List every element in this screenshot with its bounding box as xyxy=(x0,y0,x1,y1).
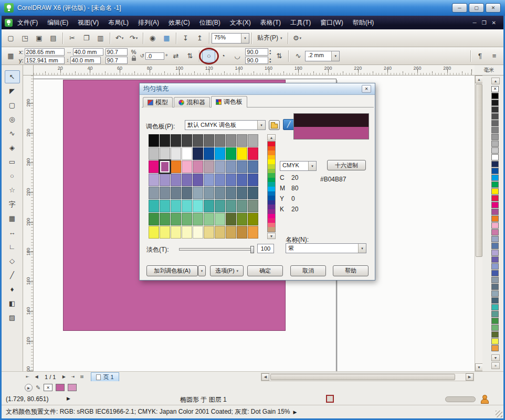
new-document-button[interactable]: ▢ xyxy=(4,32,17,45)
shape-tool[interactable]: ◤ xyxy=(5,84,20,98)
palette-color-swatch[interactable] xyxy=(160,134,170,147)
palette-color-swatch[interactable] xyxy=(171,187,181,199)
palette-swatch[interactable] xyxy=(491,181,499,188)
cut-button[interactable]: ✂ xyxy=(66,32,79,45)
palette-color-swatch[interactable] xyxy=(160,160,170,173)
object-height-input[interactable]: 40.0 mm xyxy=(70,57,101,64)
open-palette-button[interactable] xyxy=(269,120,280,130)
palette-color-swatch[interactable] xyxy=(215,213,225,225)
strip-color-band[interactable] xyxy=(268,196,275,200)
palette-color-swatch[interactable] xyxy=(248,200,258,212)
palette-color-swatch[interactable] xyxy=(215,174,225,186)
menu-bitmaps[interactable]: 位图(B) xyxy=(195,16,225,29)
ok-button[interactable]: 确定 xyxy=(247,265,283,276)
scale-h-input[interactable]: 90.7 xyxy=(106,48,128,56)
palette-color-swatch[interactable] xyxy=(215,226,225,239)
component-value-input[interactable]: 0 xyxy=(291,195,295,202)
help-button[interactable]: 帮助 xyxy=(333,265,369,276)
palette-swatch[interactable] xyxy=(491,290,499,297)
open-button[interactable]: ◳ xyxy=(18,32,31,45)
horizontal-scroll-thumb[interactable] xyxy=(270,374,455,380)
strip-color-band[interactable] xyxy=(268,218,275,223)
palette-color-swatch[interactable] xyxy=(171,200,181,212)
print-button[interactable]: ▤ xyxy=(47,32,60,45)
polygon-tool[interactable]: ☆ xyxy=(5,184,20,197)
palette-color-swatch[interactable] xyxy=(149,226,159,239)
strip-color-band[interactable] xyxy=(268,150,275,155)
palette-color-swatch[interactable] xyxy=(237,226,247,239)
smart-fill-tool[interactable]: ◈ xyxy=(5,141,20,154)
arc-start-angle-input[interactable]: 90.0 xyxy=(245,48,268,56)
palette-color-swatch[interactable] xyxy=(171,134,181,147)
palette-color-swatch[interactable] xyxy=(149,134,159,147)
doc-close-button[interactable]: ✕ xyxy=(492,20,496,26)
palette-color-swatch[interactable] xyxy=(215,160,225,173)
chevron-down-icon[interactable]: ▾ xyxy=(331,51,339,61)
text-tool[interactable]: 字 xyxy=(5,198,20,211)
rectangle-tool[interactable]: ▭ xyxy=(5,155,20,168)
palette-select[interactable]: 默认 CMYK 调色板 ▾ xyxy=(185,120,266,130)
palette-color-swatch[interactable] xyxy=(237,134,247,147)
palette-color-swatch[interactable] xyxy=(182,187,192,199)
strip-color-band[interactable] xyxy=(268,178,275,182)
add-page-button[interactable]: ⊞ xyxy=(78,373,86,381)
eyedropper-button[interactable]: ╱ xyxy=(283,119,294,130)
outline-width-select[interactable]: .2 mm ▾ xyxy=(305,51,340,61)
palette-color-swatch[interactable] xyxy=(204,200,214,212)
strip-scroll-up-button[interactable]: ▲ xyxy=(267,134,276,141)
freehand-tool[interactable]: ∿ xyxy=(5,127,20,140)
palette-color-swatch[interactable] xyxy=(215,147,225,160)
palette-swatch[interactable] xyxy=(491,325,499,331)
palette-swatch[interactable] xyxy=(491,168,499,174)
palette-swatch[interactable] xyxy=(491,134,499,140)
palette-swatch[interactable] xyxy=(491,113,499,120)
object-width-input[interactable]: 40.0 mm xyxy=(73,48,103,56)
vertical-ruler[interactable]: 280260240220200180160140120100 xyxy=(23,76,34,371)
palette-color-swatch[interactable] xyxy=(226,226,236,239)
palette-swatch[interactable] xyxy=(491,229,499,235)
menu-help[interactable]: 帮助(H) xyxy=(348,16,379,29)
palette-swatch[interactable] xyxy=(491,175,499,181)
palette-color-swatch[interactable] xyxy=(193,213,203,225)
palette-color-swatch[interactable] xyxy=(193,200,203,212)
palette-color-swatch[interactable] xyxy=(160,174,170,186)
palette-color-swatch[interactable] xyxy=(149,187,159,199)
close-button[interactable]: ✕ xyxy=(486,3,501,13)
palette-swatch[interactable] xyxy=(491,331,499,338)
save-button[interactable]: ▣ xyxy=(33,32,46,45)
crop-tool[interactable]: ▢ xyxy=(5,99,20,112)
palette-color-swatch[interactable] xyxy=(171,174,181,186)
lock-ratio-button[interactable] xyxy=(130,56,138,63)
search-content-button[interactable]: ◉ xyxy=(146,32,159,45)
strip-color-band[interactable] xyxy=(268,227,275,232)
palette-swatch[interactable] xyxy=(491,216,499,222)
status-handle[interactable] xyxy=(445,396,476,402)
app-launcher-button[interactable]: ▦ xyxy=(160,32,173,45)
import-button[interactable]: ↧ xyxy=(179,32,192,45)
palette-color-swatch[interactable] xyxy=(248,187,258,199)
quick-customize-button[interactable]: ≡ xyxy=(488,50,501,62)
palette-color-swatch[interactable] xyxy=(149,174,159,186)
palette-swatch[interactable] xyxy=(491,270,499,276)
menu-file[interactable]: 文件(F) xyxy=(13,16,43,29)
menu-window[interactable]: 窗口(W) xyxy=(315,16,348,29)
tint-slider[interactable] xyxy=(179,248,254,251)
palette-color-swatch[interactable] xyxy=(204,226,214,239)
paste-button[interactable]: ▥ xyxy=(94,32,107,45)
palette-color-swatch[interactable] xyxy=(226,213,236,225)
palette-color-swatch[interactable] xyxy=(215,134,225,147)
palette-color-swatch[interactable] xyxy=(237,147,247,160)
palette-color-swatch[interactable] xyxy=(193,226,203,239)
palette-color-swatch[interactable] xyxy=(193,160,203,173)
palette-swatch[interactable] xyxy=(491,236,499,242)
palette-swatch[interactable] xyxy=(491,250,499,256)
convert-to-curves-button[interactable]: ∿ xyxy=(291,50,304,62)
palette-color-swatch[interactable] xyxy=(226,160,236,173)
vertical-scrollbar[interactable]: ▲ ▼ xyxy=(475,76,482,371)
last-page-button[interactable]: ⇥ xyxy=(69,373,77,381)
mirror-vertical-button[interactable]: ⇅ xyxy=(183,50,196,62)
strip-color-band[interactable] xyxy=(268,169,275,174)
palette-color-swatch[interactable] xyxy=(182,134,192,147)
strip-color-band[interactable] xyxy=(268,182,275,187)
color-model-select[interactable]: CMYK ▾ xyxy=(280,161,317,171)
